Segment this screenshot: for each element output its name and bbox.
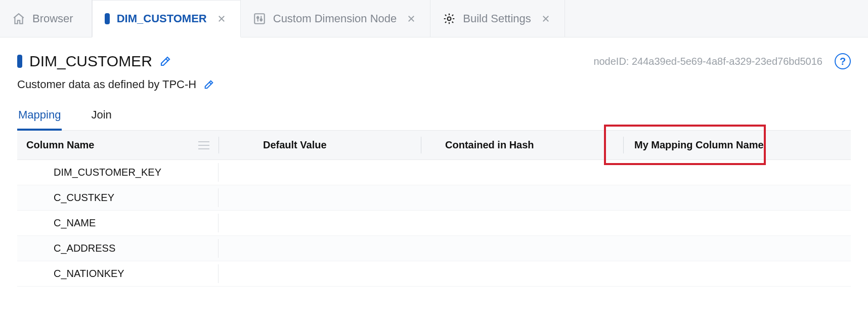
close-icon[interactable] xyxy=(541,14,550,23)
tab-dim-customer[interactable]: DIM_CUSTOMER xyxy=(92,0,241,37)
column-header-default-label: Default Value xyxy=(263,139,327,151)
column-header-map-label: My Mapping Column Name xyxy=(634,139,764,151)
tab-join[interactable]: Join xyxy=(90,108,112,130)
tab-dim-customer-label: DIM_CUSTOMER xyxy=(117,12,207,25)
local-tabs: Mapping Join xyxy=(17,108,851,131)
cell-column-name: C_NATIONKEY xyxy=(54,268,124,280)
grid-body: DIM_CUSTOMER_KEY C_CUSTKEY C_NAME C_ADDR… xyxy=(17,160,851,287)
table-row[interactable]: C_CUSTKEY xyxy=(17,185,851,211)
column-header-map[interactable]: My Mapping Column Name xyxy=(623,131,851,160)
page-body: DIM_CUSTOMER nodeID: 244a39ed-5e69-4a8f-… xyxy=(0,37,868,319)
node-type-icon xyxy=(17,55,22,68)
node-id-label: nodeID: 244a39ed-5e69-4a8f-a329-23ed76bd… xyxy=(593,56,822,67)
gear-icon xyxy=(443,12,456,25)
subtitle-row: Customer data as defined by TPC-H xyxy=(17,78,851,91)
tab-build-settings[interactable]: Build Settings xyxy=(430,0,565,37)
svg-rect-0 xyxy=(254,14,265,24)
svg-point-1 xyxy=(257,17,258,18)
tab-build-settings-label: Build Settings xyxy=(463,12,531,25)
top-tabstrip: Browser DIM_CUSTOMER Custom Dimension No… xyxy=(0,0,868,37)
column-header-name[interactable]: Column Name xyxy=(17,131,219,160)
tab-custom-dimension-node-label: Custom Dimension Node xyxy=(273,12,397,25)
title-row: DIM_CUSTOMER nodeID: 244a39ed-5e69-4a8f-… xyxy=(17,53,851,70)
grid-header: Column Name Default Value Contained in H… xyxy=(17,131,851,160)
tab-mapping[interactable]: Mapping xyxy=(17,108,62,131)
cell-column-name: DIM_CUSTOMER_KEY xyxy=(54,167,161,178)
table-row[interactable]: DIM_CUSTOMER_KEY xyxy=(17,160,851,185)
column-header-default[interactable]: Default Value xyxy=(219,131,421,160)
edit-title-icon[interactable] xyxy=(159,55,171,67)
cell-column-name: C_CUSTKEY xyxy=(54,192,114,204)
sliders-icon xyxy=(253,12,266,25)
close-icon[interactable] xyxy=(407,14,416,23)
home-icon xyxy=(12,12,25,25)
table-row[interactable]: C_NATIONKEY xyxy=(17,261,851,287)
tab-browser[interactable]: Browser xyxy=(0,0,92,37)
column-header-hash[interactable]: Contained in Hash xyxy=(421,131,623,160)
table-row[interactable]: C_ADDRESS xyxy=(17,236,851,261)
tab-browser-label: Browser xyxy=(32,12,73,25)
help-icon[interactable]: ? xyxy=(835,53,851,69)
edit-subtitle-icon[interactable] xyxy=(203,79,214,90)
page-subtitle: Customer data as defined by TPC-H xyxy=(17,78,196,91)
close-icon[interactable] xyxy=(217,14,226,23)
cell-column-name: C_ADDRESS xyxy=(54,243,115,254)
svg-point-3 xyxy=(448,17,451,20)
column-header-hash-label: Contained in Hash xyxy=(445,139,534,151)
page-title: DIM_CUSTOMER xyxy=(29,53,152,70)
svg-point-2 xyxy=(260,19,262,20)
column-menu-icon[interactable] xyxy=(198,141,209,149)
tab-custom-dimension-node[interactable]: Custom Dimension Node xyxy=(241,0,431,37)
column-header-name-label: Column Name xyxy=(26,139,94,151)
node-type-icon xyxy=(105,13,110,24)
cell-column-name: C_NAME xyxy=(54,217,96,229)
table-row[interactable]: C_NAME xyxy=(17,211,851,236)
